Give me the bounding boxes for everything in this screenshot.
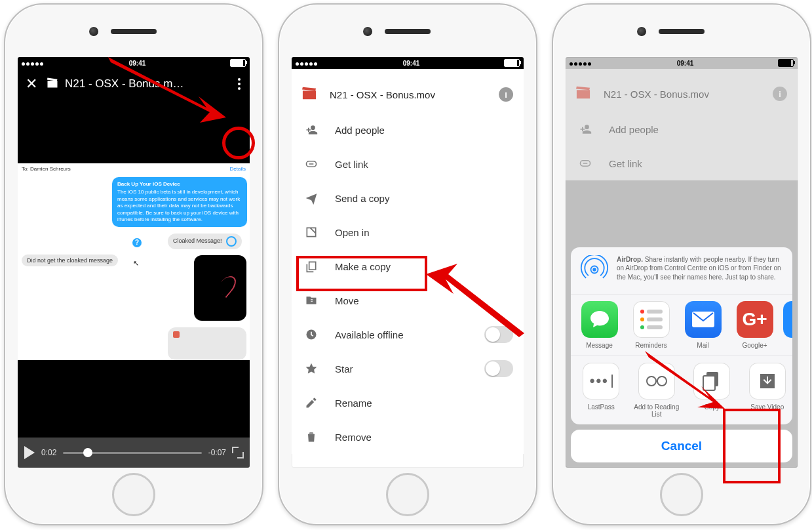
menu-label: Rename (335, 398, 372, 409)
menu-add-people[interactable]: Add people (292, 113, 524, 147)
reply-bubble: Did not get the cloaked message (22, 255, 118, 266)
share-app-reminders[interactable]: Reminders (628, 301, 674, 349)
cloaked-bubble: Cloaked Message! (168, 234, 242, 249)
dark-media-thumbnail (194, 255, 246, 321)
file-name: N21 - OSX - Bonus.mov (330, 89, 435, 100)
menu-add-people-dim: Add people (566, 112, 798, 146)
signal-dots-icon (570, 60, 592, 67)
menu-label: Add people (609, 124, 659, 135)
clapper-icon (47, 77, 58, 91)
play-button[interactable] (24, 446, 35, 459)
status-time: 09:41 (403, 60, 420, 67)
add-people-icon (305, 123, 318, 136)
phone-speaker (659, 29, 705, 34)
blue-heading: Back Up Your iOS Device (117, 181, 242, 188)
share-app-message[interactable]: Message (576, 301, 623, 349)
movie-file-icon (576, 86, 590, 102)
star-toggle[interactable] (484, 360, 513, 377)
file-name: N21 - OSX - Bonus.mov (604, 89, 709, 100)
menu-remove[interactable]: Remove (292, 420, 524, 454)
cloaked-text: Cloaked Message! (173, 238, 222, 245)
time-remaining: -0:07 (208, 448, 226, 457)
annotation-arrow-save-video (645, 351, 750, 430)
battery-icon (778, 59, 794, 67)
app-label: Mail (680, 342, 726, 349)
airdrop-text: AirDrop. Share instantly with people nea… (617, 255, 783, 287)
status-time: 09:41 (677, 60, 694, 67)
target-icon (226, 236, 237, 247)
question-badge-icon: ? (132, 238, 142, 247)
phone-camera (363, 27, 372, 36)
menu-get-link[interactable]: Get link (292, 147, 524, 181)
share-app-mail[interactable]: Mail (680, 301, 726, 349)
phone-camera (637, 27, 646, 36)
app-label: Google+ (731, 342, 778, 349)
blue-body: The iOS 10 public beta is still in devel… (117, 189, 242, 223)
file-header: N21 - OSX - Bonus.mov i (566, 75, 798, 112)
link-icon (579, 157, 592, 170)
link-icon (305, 157, 318, 171)
menu-label: Get link (335, 159, 368, 170)
airdrop-title: AirDrop. (617, 256, 643, 263)
share-row-overflow (783, 301, 792, 349)
seek-knob[interactable] (83, 448, 92, 457)
menu-label: Available offline (335, 329, 404, 340)
time-elapsed: 0:02 (41, 448, 56, 457)
menu-label: Remove (335, 432, 372, 443)
seek-track[interactable] (63, 452, 201, 454)
menu-open-in[interactable]: Open in (292, 215, 524, 249)
message-bubble-blue: Back Up Your iOS Device The iOS 10 publi… (112, 177, 247, 227)
trash-icon (305, 430, 318, 443)
close-button[interactable]: ✕ (23, 75, 40, 92)
svg-marker-8 (108, 57, 226, 123)
quote-attachment (168, 327, 246, 360)
menu-label: Open in (335, 227, 370, 238)
battery-icon (504, 59, 520, 67)
add-people-icon (579, 123, 592, 136)
annotation-arrow-more-menu (95, 57, 252, 149)
file-header: N21 - OSX - Bonus.mov i (292, 76, 524, 113)
video-content-chat: To: Damien Schreurs Details Back Up Your… (18, 163, 250, 360)
annotation-arrow-send-copy (419, 255, 524, 359)
cursor-icon: ↖ (133, 259, 139, 268)
offline-icon (305, 328, 318, 341)
home-button[interactable] (660, 473, 703, 516)
menu-label: Get link (609, 158, 642, 169)
action-label: LastPass (576, 403, 627, 411)
details-link[interactable]: Details (230, 166, 246, 172)
status-bar: 09:41 (566, 57, 798, 69)
home-button[interactable] (112, 473, 155, 516)
menu-label: Send a copy (335, 193, 389, 204)
video-controls: 0:02 -0:07 (18, 438, 250, 468)
menu-rename[interactable]: Rename (292, 386, 524, 420)
folder-move-icon (305, 294, 318, 307)
star-icon (305, 362, 318, 375)
rename-icon (305, 396, 318, 409)
send-icon (305, 192, 318, 205)
menu-label: Move (335, 295, 359, 306)
menu-label: Star (335, 363, 353, 375)
open-in-icon (305, 226, 318, 239)
svg-marker-10 (645, 351, 725, 409)
phone-speaker (385, 29, 431, 34)
airdrop-section[interactable]: AirDrop. Share instantly with people nea… (571, 247, 792, 295)
airdrop-icon (580, 255, 609, 287)
phone-camera (89, 27, 98, 36)
menu-get-link-dim: Get link (566, 146, 798, 180)
action-lastpass[interactable]: ••• LastPass (576, 363, 627, 418)
signal-dots-icon (22, 60, 45, 67)
video-letterbox-bottom (18, 360, 250, 438)
menu-label: Add people (335, 125, 385, 136)
home-button[interactable] (386, 473, 429, 516)
annotation-box-send-copy (296, 256, 427, 291)
stage: 09:41 ✕ N21 - OSX - Bonus.m… To: Damien … (0, 0, 812, 530)
menu-send-copy[interactable]: Send a copy (292, 181, 524, 215)
share-apps-row: Message Reminders Mail (571, 295, 792, 356)
share-app-googleplus[interactable]: G+ Google+ (731, 301, 778, 349)
app-label: Message (576, 342, 623, 349)
recipient-name: Damien Schreurs (30, 166, 71, 172)
to-label: To: (22, 166, 29, 172)
fullscreen-button[interactable] (233, 447, 243, 458)
info-button[interactable]: i (499, 87, 513, 102)
movie-file-icon (302, 87, 317, 102)
